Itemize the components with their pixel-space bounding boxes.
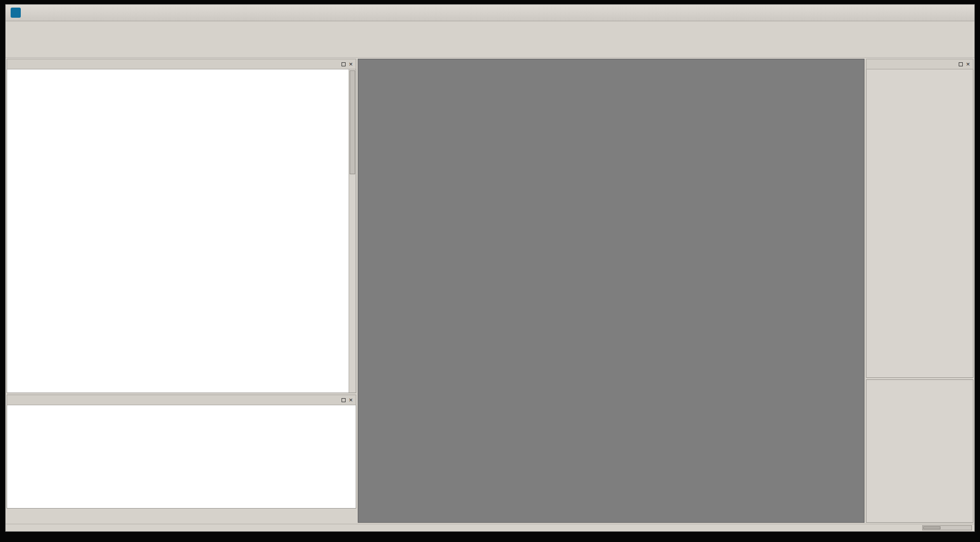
objects-tree [866,69,973,378]
toolbar [6,36,974,58]
variables-float-button[interactable] [342,398,346,402]
parameters-table [866,379,973,523]
title-bar[interactable] [6,5,974,21]
minimize-button[interactable] [933,8,943,18]
code-editor[interactable] [7,69,356,393]
variables-table [7,405,356,509]
menu-bar [6,21,974,36]
variables-close-button[interactable]: × [349,397,353,403]
scrollbar-thumb[interactable] [923,526,940,529]
editor-panel: × [7,59,356,393]
objects-close-button[interactable]: × [966,61,970,67]
close-button[interactable] [959,8,969,18]
bottom-right-scrollbar[interactable] [922,525,972,530]
bottom-tab-bar [7,510,356,523]
objects-panel: × [866,59,973,378]
variables-panel: × [7,395,356,509]
editor-close-button[interactable]: × [349,61,353,67]
objects-panel-header: × [866,59,973,69]
screen-background: × × [0,0,980,542]
3d-viewport[interactable] [358,59,864,523]
editor-vertical-scrollbar[interactable] [349,69,356,393]
scrollbar-thumb[interactable] [350,70,355,174]
editor-panel-header: × [7,59,356,69]
maximize-button[interactable] [946,8,956,18]
parameters-panel [866,379,973,523]
objects-float-button[interactable] [959,62,963,66]
editor-float-button[interactable] [342,62,346,66]
app-window: × × [5,4,975,532]
status-bar [6,524,974,531]
variables-panel-header: × [7,395,356,405]
app-icon [11,8,21,18]
